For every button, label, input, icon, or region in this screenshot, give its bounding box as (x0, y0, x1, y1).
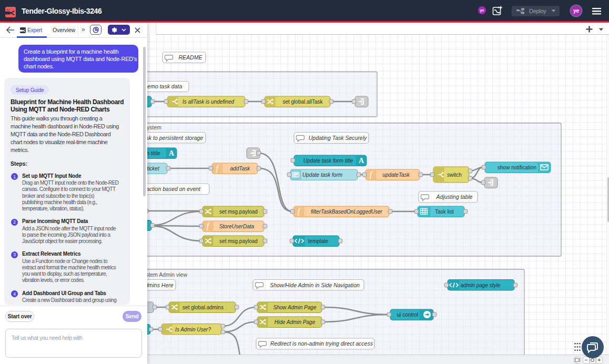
svg-text:Update task form: Update task form (302, 172, 342, 178)
svg-text:Tasks system Admin view: Tasks system Admin view (147, 271, 187, 278)
svg-text:A: A (169, 149, 175, 157)
svg-text:admin page style: admin page style (461, 282, 501, 288)
svg-text:Redirect is non-admin trying d: Redirect is non-admin trying direct acce… (270, 340, 373, 347)
svg-text:Update task form title: Update task form title (303, 158, 353, 164)
svg-text:updateTask: updateTask (382, 172, 410, 178)
svg-text:Updating Task Securely: Updating Task Securely (309, 135, 367, 141)
svg-text:switch: switch (447, 172, 462, 178)
svg-text:set msg.payload: set msg.payload (219, 209, 258, 215)
svg-text:Demo task data: Demo task data (147, 83, 182, 89)
svg-text:Hide Admin Page: Hide Admin Page (275, 319, 316, 325)
svg-text:set msg.payload: set msg.payload (219, 238, 258, 244)
svg-text:Take action based on event: Take action based on event (147, 186, 201, 192)
svg-text:Is allTask is undefined: Is allTask is undefined (182, 99, 234, 105)
svg-text:Task list: Task list (435, 209, 454, 215)
svg-text:Task form titile: Task form titile (147, 150, 160, 156)
svg-text:Tasks system: Tasks system (147, 124, 161, 130)
svg-text:Adjusting table: Adjusting table (436, 194, 473, 200)
svg-text:Show Admin Page: Show Admin Page (273, 305, 317, 310)
svg-text:StoreUserData: StoreUserData (219, 224, 255, 229)
svg-text:Add Task ticket: Add Task ticket (147, 166, 160, 171)
svg-text:addTask: addTask (230, 166, 250, 171)
svg-text:template: template (308, 238, 329, 244)
svg-text:ui control: ui control (397, 312, 419, 318)
svg-text:filterTaskBasedOnLoggedUser: filterTaskBasedOnLoggedUser (311, 209, 382, 215)
svg-text:Manage Admins Here: Manage Admins Here (147, 282, 174, 288)
svg-text:Is Admin User?: Is Admin User? (175, 327, 211, 332)
svg-text:set global.allTask: set global.allTask (282, 99, 323, 105)
svg-text:Saving task to persistent stor: Saving task to persistent storage (147, 135, 203, 141)
svg-text:set global.admins: set global.admins (182, 305, 224, 310)
svg-text:A: A (359, 157, 364, 165)
svg-text:Show/Hide Admin in Side Naviga: Show/Hide Admin in Side Navigation (270, 282, 360, 288)
svg-text:README: README (179, 54, 203, 60)
svg-text:show notification: show notification (498, 165, 536, 170)
